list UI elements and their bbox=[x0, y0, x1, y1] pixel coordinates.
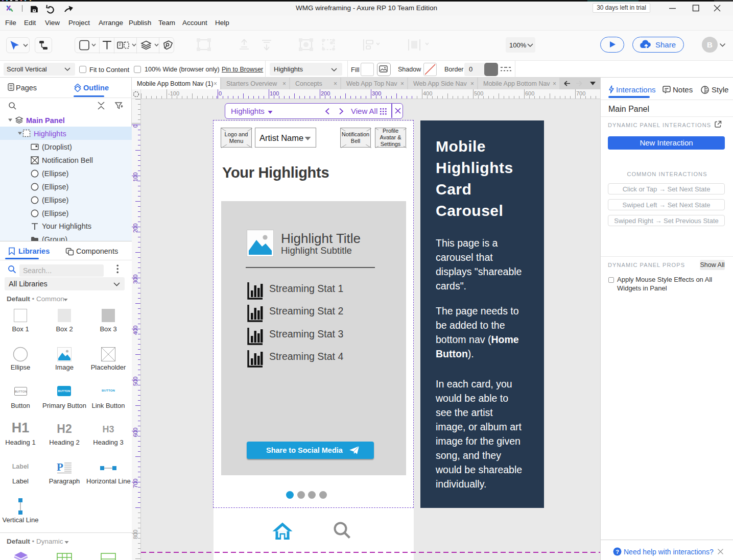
svg-text:P: P bbox=[57, 461, 63, 473]
svg-text:?: ? bbox=[616, 549, 619, 555]
